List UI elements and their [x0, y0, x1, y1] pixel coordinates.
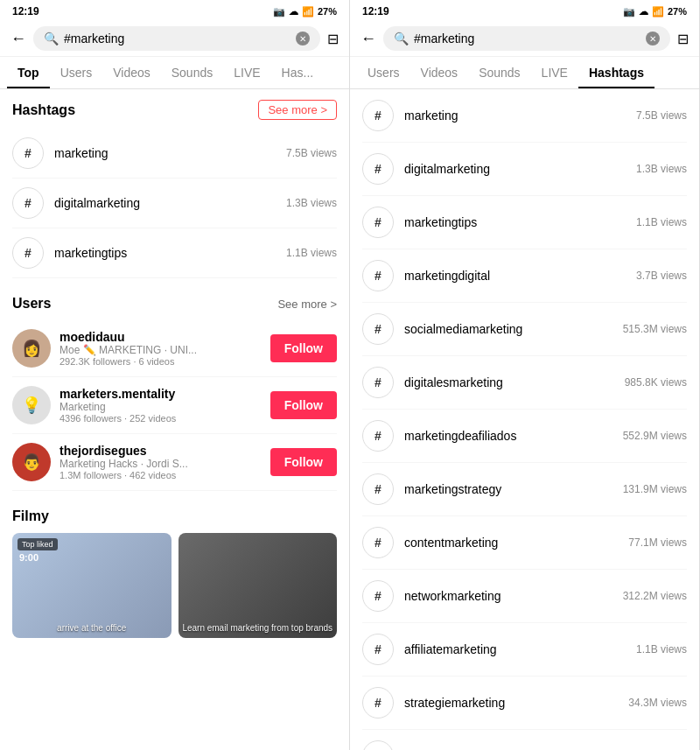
video-thumb-2[interactable]: Learn email marketing from top brands: [178, 533, 338, 638]
users-section-left: Users See more > 👩 moedidauu Moe ✏️ MARK…: [0, 285, 349, 491]
tab-hashtags-right[interactable]: Hashtags: [578, 57, 654, 88]
hashtags-see-more-button[interactable]: See more >: [258, 100, 337, 120]
hashtag-list-views-10: 1.1B views: [636, 643, 687, 655]
tab-videos-left[interactable]: Videos: [102, 57, 161, 88]
filter-icon-left[interactable]: ⊟: [327, 31, 339, 47]
user-meta-2: 4396 followers · 252 videos: [60, 413, 262, 424]
hashtag-list-name-8: contentmarketing: [404, 536, 618, 550]
user-avatar-1: 👩: [12, 329, 51, 368]
hashtag-list-icon-3: #: [362, 260, 394, 291]
hashtag-list-row-1[interactable]: # digitalmarketing 1.3B views: [362, 143, 687, 196]
hashtag-list-row-3[interactable]: # marketingdigital 3.7B views: [362, 249, 687, 303]
hashtags-title: Hashtags: [12, 102, 75, 118]
clear-button-right[interactable]: ✕: [646, 32, 660, 46]
hashtag-icon-1: #: [12, 137, 44, 169]
top-liked-badge: Top liked: [18, 538, 58, 550]
status-bar-right: 12:19 📷 ☁ 📶 27%: [350, 0, 699, 21]
hashtag-row[interactable]: # marketingtips 1.1B views: [12, 228, 337, 278]
battery-left: 27%: [318, 6, 337, 17]
hashtag-list-row-9[interactable]: # networkmarketing 312.2M views: [362, 570, 687, 623]
hashtag-list-icon-10: #: [362, 634, 394, 665]
hashtag-list-row-4[interactable]: # socialmediamarketing 515.3M views: [362, 303, 687, 356]
user-row-2[interactable]: 💡 marketers.mentality Marketing 4396 fol…: [12, 377, 337, 434]
hashtag-icon-3: #: [12, 237, 44, 269]
tab-users-left[interactable]: Users: [50, 57, 103, 88]
hashtag-name-2: digitalmarketing: [54, 196, 276, 210]
camera-icon: 📷: [273, 6, 285, 18]
hashtag-list-icon-8: #: [362, 527, 394, 558]
hashtag-name-3: marketingtips: [54, 246, 276, 260]
hashtag-list-name-2: marketingtips: [404, 215, 626, 229]
hashtag-list-row-0[interactable]: # marketing 7.5B views: [362, 89, 687, 143]
tab-live-right[interactable]: LIVE: [531, 57, 578, 88]
video-content-2: [178, 533, 338, 638]
hashtag-list-icon-7: #: [362, 473, 394, 505]
hashtag-list-row-2[interactable]: # marketingtips 1.1B views: [362, 196, 687, 249]
hashtag-list-row-6[interactable]: # marketingdeafiliados 552.9M views: [362, 410, 687, 463]
hashtag-list-icon-4: #: [362, 313, 394, 345]
search-text-right: #marketing: [414, 32, 640, 46]
tab-top[interactable]: Top: [7, 57, 50, 88]
hashtag-list-name-10: affiliatemarketing: [404, 642, 626, 656]
user-info-2: marketers.mentality Marketing 4396 follo…: [60, 387, 262, 424]
follow-button-2[interactable]: Follow: [270, 391, 337, 419]
wifi-icon-right: ☁: [639, 6, 648, 18]
hashtag-list-icon-5: #: [362, 367, 394, 398]
hashtag-list-row-5[interactable]: # digitalesmarketing 985.8K views: [362, 356, 687, 410]
hashtags-section-left: Hashtags See more > # marketing 7.5B vie…: [0, 89, 349, 278]
user-row-1[interactable]: 👩 moedidauu Moe ✏️ MARKETING · UNI... 29…: [12, 320, 337, 377]
video-thumb-1[interactable]: Top liked 9:00 arrive at the office: [12, 533, 172, 638]
hashtag-list-row-8[interactable]: # contentmarketing 77.1M views: [362, 516, 687, 570]
hashtag-list-views-0: 7.5B views: [636, 109, 687, 122]
status-bar-left: 12:19 📷 ☁ 📶 27%: [0, 0, 349, 21]
user-desc-2: Marketing: [60, 401, 262, 413]
hashtag-name-1: marketing: [54, 146, 276, 160]
video-caption-2: Learn email marketing from top brands: [178, 623, 338, 633]
follow-button-3[interactable]: Follow: [270, 448, 337, 476]
tab-has-left[interactable]: Has...: [271, 57, 325, 88]
hashtag-row[interactable]: # marketing 7.5B views: [12, 129, 337, 179]
hashtag-list-views-2: 1.1B views: [636, 216, 687, 228]
hashtags-header: Hashtags See more >: [12, 100, 337, 120]
signal-icon: 📶: [302, 6, 314, 18]
hashtag-list-icon-11: #: [362, 687, 394, 718]
user-meta-3: 1.3M followers · 462 videos: [60, 470, 262, 480]
search-input-wrap-right[interactable]: 🔍 #marketing ✕: [383, 26, 670, 51]
status-icons-right: 📷 ☁ 📶 27%: [623, 6, 687, 18]
hashtag-list-name-9: networkmarketing: [404, 589, 612, 603]
hashtag-list-name-3: marketingdigital: [404, 269, 626, 283]
user-desc-1: Moe ✏️ MARKETING · UNI...: [60, 344, 262, 356]
follow-button-1[interactable]: Follow: [270, 334, 337, 362]
hashtag-list-name-11: strategiemarketing: [404, 696, 618, 710]
user-desc-3: Marketing Hacks · Jordi S...: [60, 458, 262, 470]
avatar-emoji-3: 👨: [12, 443, 51, 481]
hashtag-list-row-7[interactable]: # marketingstrategy 131.9M views: [362, 463, 687, 516]
users-see-more[interactable]: See more >: [277, 298, 337, 311]
hashtag-list-name-1: digitalmarketing: [404, 162, 626, 176]
hashtag-list-views-11: 34.3M views: [628, 697, 687, 709]
video-time-1: 9:00: [19, 552, 38, 563]
left-phone: 12:19 📷 ☁ 📶 27% ← 🔍 #marketing ✕ ⊟ Top U…: [0, 0, 350, 750]
tab-sounds-left[interactable]: Sounds: [161, 57, 223, 88]
search-input-wrap-left[interactable]: 🔍 #marketing ✕: [33, 26, 320, 51]
hashtag-list-views-7: 131.9M views: [623, 483, 687, 495]
tab-live-left[interactable]: LIVE: [223, 57, 270, 88]
user-row-3[interactable]: 👨 thejordisegues Marketing Hacks · Jordi…: [12, 434, 337, 491]
time-left: 12:19: [12, 5, 39, 18]
back-button-left[interactable]: ←: [10, 30, 26, 48]
filter-icon-right[interactable]: ⊟: [677, 31, 689, 47]
back-button-right[interactable]: ←: [360, 30, 376, 48]
user-avatar-2: 💡: [12, 386, 51, 424]
clear-button-left[interactable]: ✕: [296, 32, 310, 46]
hashtag-list-icon-6: #: [362, 420, 394, 452]
hashtag-list-row-10[interactable]: # affiliatemarketing 1.1B views: [362, 623, 687, 676]
hashtag-list: # marketing 7.5B views # digitalmarketin…: [350, 89, 699, 750]
tab-videos-right[interactable]: Videos: [410, 57, 469, 88]
hashtag-row[interactable]: # digitalmarketing 1.3B views: [12, 179, 337, 228]
hashtag-list-views-1: 1.3B views: [636, 163, 687, 175]
hashtag-list-row-11[interactable]: # strategiemarketing 34.3M views: [362, 676, 687, 730]
hashtag-list-row-12[interactable]: # onlinemarketing 268.9M views: [362, 730, 687, 750]
hashtag-list-icon-12: #: [362, 740, 394, 750]
tab-users-right[interactable]: Users: [357, 57, 410, 88]
tab-sounds-right[interactable]: Sounds: [468, 57, 530, 88]
